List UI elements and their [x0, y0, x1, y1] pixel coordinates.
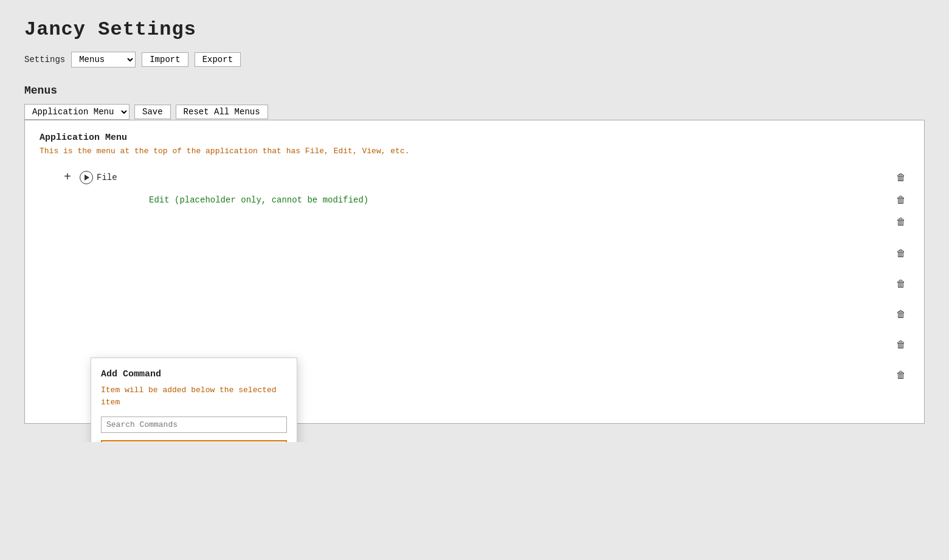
menu-row-edit: Edit (placeholder only, cannot be modifi… [112, 195, 909, 205]
settings-dropdown[interactable]: Menus Keyboard Toolbar General [71, 52, 136, 67]
play-triangle-icon [85, 175, 89, 181]
menu-controls: Application Menu Context Menu Tab Menu S… [24, 104, 925, 120]
menu-editor-description: This is the menu at the top of the appli… [40, 147, 909, 156]
reset-all-menus-button[interactable]: Reset All Menus [176, 105, 268, 119]
delete-btn-4[interactable]: 🗑 [892, 308, 909, 321]
delete-edit-button[interactable]: 🗑 [892, 193, 909, 207]
delete-btn-6[interactable]: 🗑 [892, 368, 909, 382]
add-item-button[interactable]: + [64, 170, 71, 184]
menu-row-file: + File 🗑 [64, 170, 909, 184]
delete-file-button[interactable]: 🗑 [892, 171, 909, 184]
delete-btn-5[interactable]: 🗑 [892, 338, 909, 351]
popup-description: Item will be added below the selected it… [101, 384, 287, 408]
popup-title: Add Command [101, 369, 287, 379]
page-title: Jancy Settings [24, 18, 925, 41]
menu-select[interactable]: Application Menu Context Menu Tab Menu [24, 104, 129, 120]
file-menu-label: File [97, 173, 117, 182]
view-menu-label: View [112, 215, 133, 224]
import-button[interactable]: Import [142, 52, 188, 67]
settings-label: Settings [24, 55, 65, 64]
search-commands-input[interactable] [101, 417, 287, 433]
command-item-export[interactable]: Command: Export Jancy Settings [101, 440, 287, 442]
add-command-popup: Add Command Item will be added below the… [91, 358, 297, 442]
delete-btn-3[interactable]: 🗑 [892, 277, 909, 291]
delete-btn-2[interactable]: 🗑 [892, 247, 909, 260]
settings-bar: Settings Menus Keyboard Toolbar General … [24, 52, 925, 67]
export-button[interactable]: Export [195, 52, 241, 67]
menu-editor-title: Application Menu [40, 133, 909, 143]
menus-section-title: Menus [24, 85, 925, 97]
save-button[interactable]: Save [134, 105, 171, 119]
menu-editor: Application Menu This is the menu at the… [24, 120, 925, 424]
command-list: Command: Export Jancy Settings Command: … [101, 440, 287, 442]
delete-btn-1[interactable]: 🗑 [892, 215, 909, 229]
play-icon[interactable] [80, 171, 93, 184]
edit-placeholder-label: Edit (placeholder only, cannot be modifi… [149, 195, 368, 205]
